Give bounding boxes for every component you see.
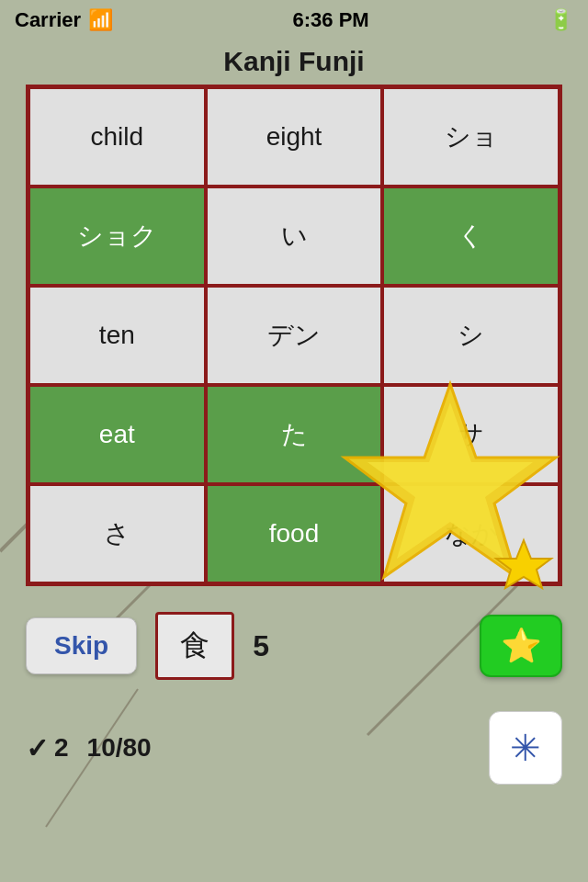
cell-text: く <box>458 219 484 254</box>
cell-text: eat <box>99 420 135 449</box>
checkmark-area: ✓ 2 <box>26 732 69 764</box>
grid-cell[interactable]: サ <box>382 385 560 484</box>
grid-row: ten デン シ <box>28 286 560 385</box>
grid-cell[interactable]: デン <box>206 286 383 385</box>
status-bar: Carrier 📶 6:36 PM 🔋 <box>0 0 588 40</box>
battery-area: 🔋 <box>548 8 573 32</box>
count-display: 5 <box>253 629 269 663</box>
grid-cell[interactable]: ショク <box>28 187 206 286</box>
grid-cell[interactable]: シ <box>382 286 560 385</box>
carrier-label: Carrier <box>15 8 81 32</box>
bottom-controls: Skip 食 5 ⭐ <box>0 595 588 696</box>
cell-text: デン <box>267 318 321 353</box>
grid-cell[interactable]: さ <box>28 484 206 583</box>
cell-text: なか <box>445 516 498 551</box>
grid-cell[interactable]: なか <box>382 484 560 583</box>
grid-cell[interactable]: い <box>206 187 383 286</box>
time-display: 6:36 PM <box>293 8 369 32</box>
kanji-display: 食 <box>155 612 234 680</box>
check-star-icon: ⭐ <box>501 627 542 665</box>
cell-text: ショ <box>445 119 498 154</box>
cell-text: た <box>281 417 308 452</box>
skip-button[interactable]: Skip <box>26 617 137 674</box>
cell-text: い <box>281 219 308 254</box>
grid-cell[interactable]: eight <box>206 87 383 187</box>
burst-icon: ✳ <box>510 727 541 769</box>
kanji-grid: child eight ショ ショク い く ten <box>26 85 562 586</box>
cell-text: child <box>91 122 144 152</box>
grid-cell[interactable]: ショ <box>382 87 560 187</box>
grid-row: さ food なか <box>28 484 560 583</box>
wifi-icon: 📶 <box>88 8 113 32</box>
checkmark-icon: ✓ <box>26 732 49 764</box>
grid-row: eat た サ <box>28 385 560 484</box>
grid-row: child eight ショ <box>28 87 560 187</box>
check-button[interactable]: ⭐ <box>480 615 562 677</box>
grid-row: ショク い く <box>28 187 560 286</box>
grid-cell[interactable]: child <box>28 87 206 187</box>
cell-text: シ <box>458 318 484 353</box>
burst-button[interactable]: ✳ <box>489 711 562 785</box>
cell-text: サ <box>458 417 484 452</box>
checkmark-count-label: 2 <box>54 733 69 763</box>
app-title: Kanji Funji <box>0 40 588 85</box>
grid-cell[interactable]: eat <box>28 385 206 484</box>
grid-cell[interactable]: ten <box>28 286 206 385</box>
carrier-info: Carrier 📶 <box>15 8 113 32</box>
cell-text: ショク <box>77 219 157 254</box>
battery-icon: 🔋 <box>548 8 573 32</box>
cell-text: eight <box>266 122 322 152</box>
cell-text: ten <box>99 321 135 350</box>
grid-wrapper: child eight ショ ショク い く ten <box>0 85 588 586</box>
grid-cell[interactable]: た <box>206 385 383 484</box>
progress-display: 10/80 <box>87 733 152 763</box>
cell-text: food <box>269 519 320 548</box>
cell-text: さ <box>104 516 130 551</box>
grid-cell[interactable]: く <box>382 187 560 286</box>
grid-cell[interactable]: food <box>206 484 383 583</box>
footer-stats: ✓ 2 10/80 ✳ <box>0 696 588 799</box>
